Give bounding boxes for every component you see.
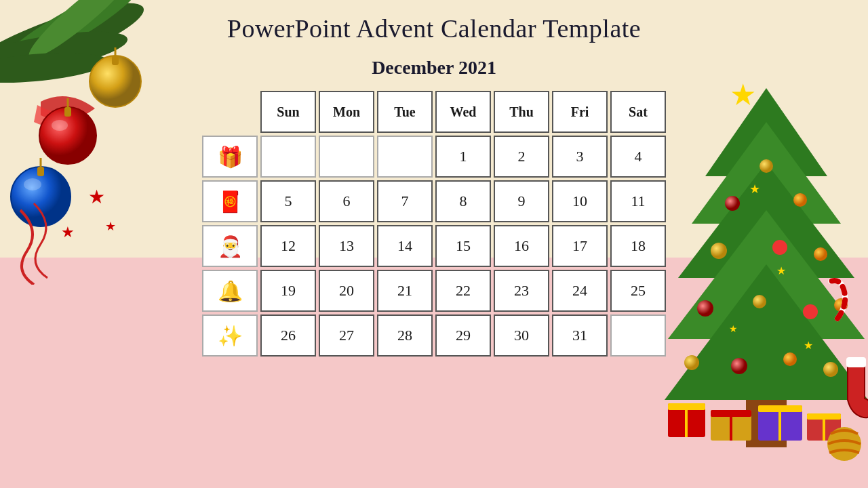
date-25: 25 [610,270,666,312]
date-21: 21 [377,270,433,312]
calendar: Sun Mon Tue Wed Thu Fri Sat 🎁 1 2 3 4 🧧 … [202,91,666,357]
date-17: 17 [552,225,608,267]
date-8: 8 [435,180,491,222]
date-12: 12 [260,225,316,267]
date-4: 4 [610,136,666,178]
date-13: 13 [319,225,374,267]
date-10: 10 [552,180,608,222]
date-28: 28 [377,314,433,357]
header-sun: Sun [260,91,316,133]
date-3: 3 [552,136,608,178]
date-26: 26 [260,314,316,357]
date-6: 6 [319,180,374,222]
date-14: 14 [377,225,433,267]
svg-point-37 [731,358,747,374]
date-29: 29 [435,314,491,357]
date-20: 20 [319,270,374,312]
header-tue: Tue [377,91,433,133]
date-31: 31 [552,314,608,357]
week-icon-1: 🧧 [202,180,258,222]
date-empty-2 [319,136,374,178]
header-mon: Mon [319,91,374,133]
date-empty-end [610,314,666,357]
svg-rect-57 [846,357,866,367]
week-icon-2: 🎅 [202,225,258,267]
date-2: 2 [494,136,549,178]
date-1: 1 [435,136,491,178]
header-wed: Wed [435,91,491,133]
week-icon-4: ✨ [202,314,258,357]
date-empty-3 [377,136,433,178]
date-16: 16 [494,225,549,267]
date-19: 19 [260,270,316,312]
date-5: 5 [260,180,316,222]
week-icon-3: 🔔 [202,270,258,312]
svg-point-39 [823,362,838,377]
date-7: 7 [377,180,433,222]
date-30: 30 [494,314,549,357]
icon-col-header-spacer [202,91,258,133]
date-11: 11 [610,180,666,222]
header-fri: Fri [552,91,608,133]
month-title: December 2021 [372,57,496,79]
date-27: 27 [319,314,374,357]
date-18: 18 [610,225,666,267]
main-content: PowerPoint Advent Calendar Template Dece… [0,0,868,357]
date-24: 24 [552,270,608,312]
date-22: 22 [435,270,491,312]
date-9: 9 [494,180,549,222]
date-23: 23 [494,270,549,312]
date-empty-1 [260,136,316,178]
header-thu: Thu [494,91,549,133]
header-sat: Sat [610,91,666,133]
week-icon-0: 🎁 [202,136,258,178]
page-title: PowerPoint Advent Calendar Template [227,14,641,43]
svg-point-36 [684,355,699,370]
date-15: 15 [435,225,491,267]
